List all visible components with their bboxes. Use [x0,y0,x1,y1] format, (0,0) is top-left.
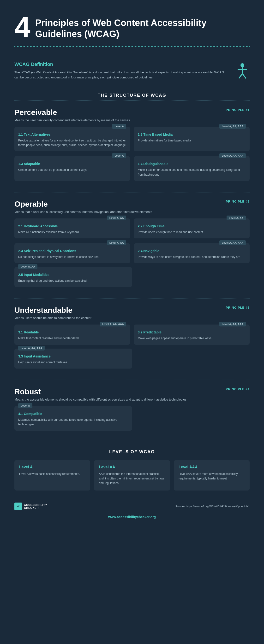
card-p2-0-0: Level A, AA2.1 Keyboard AccessibleMake a… [14,218,130,238]
footer-brand: ✓ ACCESSIBILITY CHECKER Sources: https:/… [0,498,264,513]
card-level-badge-p3-0-0: Level A, AA, AAA [100,322,126,326]
level-card-text-0: Level A covers basic accessibility requi… [19,472,85,476]
card-title-p2-1-1: 2.4 Navigable [138,249,246,253]
brand-icon: ✓ [14,502,22,510]
principle-number-p3: PRINCIPLE #3 [226,306,250,309]
principle-header-p2: OperablePRINCIPLE #2 [14,200,250,208]
human-icon [235,62,250,81]
card-title-p1-0-1: 1.2 Time Based Media [138,132,246,136]
card-p4-0-0: Level A4.1 CompatibleMaximize compatibil… [14,406,132,430]
footer-url: www.accessibilitychecker.org [0,513,264,524]
card-p2-1-0: Level A, AA2.3 Seizures and Physical Rea… [14,243,130,263]
card-p2-2-0: Level A, AA2.5 Input ModalitiesEnsuring … [14,267,132,287]
card-level-badge-p1-1-0: Level A [112,153,126,158]
card-level-badge-p2-1-1: Level A, AA, AAA [219,240,246,245]
principle-section-p1: PerceivablePRINCIPLE #1Means the user ca… [0,101,264,192]
card-text-p1-1-0: Create content that can be presented in … [18,168,126,172]
card-level-badge-p1-0-0: Level A [112,124,126,129]
card-p1-0-0: Level A1.1 Text AlternativesProvide text… [14,127,130,151]
principle-desc-p1: Means the user can identify content and … [14,118,250,122]
big-number: 4 [14,13,30,42]
card-p2-0-1: Level A, AA2.2 Enough TimeProvide users … [134,218,250,238]
principle-number-p4: PRINCIPLE #4 [226,387,250,391]
brand-logo: ✓ ACCESSIBILITY CHECKER [14,502,47,510]
principle-section-p3: UnderstandablePRINCIPLE #3Means users sh… [0,298,264,380]
card-text-p1-0-0: Provide text alternatives for any non-te… [18,138,126,148]
card-text-p4-0-0: Maximize compatibility with current and … [18,418,128,427]
card-level-badge-p1-1-1: Level A, AA, AAA [219,153,246,158]
levels-grid: Level ALevel A covers basic accessibilit… [14,460,250,490]
card-level-badge-p1-0-1: Level A, AA, AAA [219,124,246,129]
brand-name: ACCESSIBILITY CHECKER [24,504,47,509]
card-text-p1-0-1: Provide alternatives for time-based medi… [138,138,246,143]
levels-section: LEVELS OF WCAG Level ALevel A covers bas… [0,442,264,498]
card-row-p2-0: Level A, AA2.1 Keyboard AccessibleMake a… [14,218,250,238]
header-dotted-top [14,10,250,10]
card-text-p2-0-1: Provide users enough time to read and us… [138,230,246,234]
card-text-p1-1-1: Make it easier for users to see and hear… [138,168,246,177]
level-card-title-0: Level A [19,465,85,469]
card-text-p2-0-0: Make all functionality available from a … [18,230,126,234]
card-title-p1-1-0: 1.3 Adaptable [18,162,126,166]
level-card-title-1: Level AA [99,465,165,469]
card-row-p1-0: Level A1.1 Text AlternativesProvide text… [14,127,250,151]
principle-section-p2: OperablePRINCIPLE #2Means that a user ca… [0,192,264,298]
card-title-p2-0-0: 2.1 Keyboard Accessible [18,224,126,228]
card-level-badge-p2-1-0: Level A, AA [107,240,126,245]
level-card-text-2: Level AAA covers more advanced accessibi… [179,472,245,481]
principle-name-p1: Perceivable [14,108,57,117]
card-title-p2-0-1: 2.2 Enough Time [138,224,246,228]
card-title-p1-1-1: 1.4 Distinguishable [138,162,246,166]
wcag-definition: WCAG Definition The WCAG (or Web Content… [0,54,264,88]
structure-title: THE STRUCTURE OF WCAG [0,88,264,100]
card-level-badge-p2-0-1: Level A, AA [227,216,246,220]
card-p3-0-0: Level A, AA, AAA3.1 ReadableMake text co… [14,324,130,344]
card-title-p3-0-1: 3.2 Predictable [138,330,246,334]
principle-number-p1: PRINCIPLE #1 [226,108,250,112]
svg-point-0 [241,63,244,67]
levels-title: LEVELS OF WCAG [14,450,250,454]
principle-name-p3: Understandable [14,306,72,315]
card-title-p2-2-0: 2.5 Input Modalities [18,273,128,277]
card-text-p3-0-1: Make Web pages appear and operate in pre… [138,336,246,341]
card-text-p2-2-0: Ensuring that drag-and-drop actions can … [18,278,128,283]
card-p1-0-1: Level A, AA, AAA1.2 Time Based MediaProv… [134,127,250,151]
principle-desc-p2: Means that a user can successfully use c… [14,210,250,214]
card-level-badge-p3-0-1: Level A, AA, AAA [219,322,246,326]
card-row-p2-1: Level A, AA2.3 Seizures and Physical Rea… [14,243,250,263]
card-row-p3-0: Level A, AA, AAA3.1 ReadableMake text co… [14,324,250,344]
card-title-p1-0-0: 1.1 Text Alternatives [18,132,126,136]
wcag-def-text: The WCAG (or Web Content Accessibility G… [14,70,228,80]
principle-desc-p3: Means users should be able to comprehend… [14,316,250,320]
card-title-p3-1-0: 3.3 Input Assistance [18,354,128,358]
level-card-title-2: Level AAA [179,465,245,469]
principle-number-p2: PRINCIPLE #2 [226,200,250,203]
svg-line-3 [239,74,242,78]
footer-source: Sources: https://www.w3.org/WAI/WCAG21/q… [175,505,250,508]
card-text-p2-1-1: Provide ways to help users navigate, fin… [138,255,246,259]
card-title-p4-0-0: 4.1 Compatible [18,412,128,416]
card-text-p2-1-0: Do not design content in a way that is k… [18,255,126,259]
header-dotted-bottom [14,46,250,47]
card-level-badge-p2-2-0: Level A, AA [18,264,37,269]
principle-header-p4: RobustPRINCIPLE #4 [14,387,250,396]
level-card-1: Level AAAA is considered the internation… [94,460,170,490]
card-text-p3-0-0: Make text content readable and understan… [18,336,126,341]
header: 4 Principles of Web Content Accessibilit… [0,0,264,54]
principle-header-p1: PerceivablePRINCIPLE #1 [14,108,250,117]
level-card-text-1: AA is considered the international best … [99,472,165,486]
level-card-2: Level AAALevel AAA covers more advanced … [174,460,250,490]
wcag-def-title: WCAG Definition [14,62,228,67]
principle-desc-p4: Means the accessible elements should be … [14,398,250,401]
card-p3-0-1: Level A, AA, AAA3.2 PredictableMake Web … [134,324,250,344]
card-level-badge-p4-0-0: Level A [18,403,32,408]
wcag-def-content: WCAG Definition The WCAG (or Web Content… [14,62,228,80]
card-row-single-p4-0: Level A4.1 CompatibleMaximize compatibil… [14,406,250,430]
card-level-badge-p3-1-0: Level A, AA, AAA [18,346,45,350]
card-title-p2-1-0: 2.3 Seizures and Physical Reactions [18,249,126,253]
card-title-p3-0-0: 3.1 Readable [18,330,126,334]
card-p1-1-0: Level A1.3 AdaptableCreate content that … [14,156,130,181]
principle-header-p3: UnderstandablePRINCIPLE #3 [14,306,250,315]
card-row-single-p2-2: Level A, AA2.5 Input ModalitiesEnsuring … [14,267,250,287]
card-row-p1-1: Level A1.3 AdaptableCreate content that … [14,156,250,181]
